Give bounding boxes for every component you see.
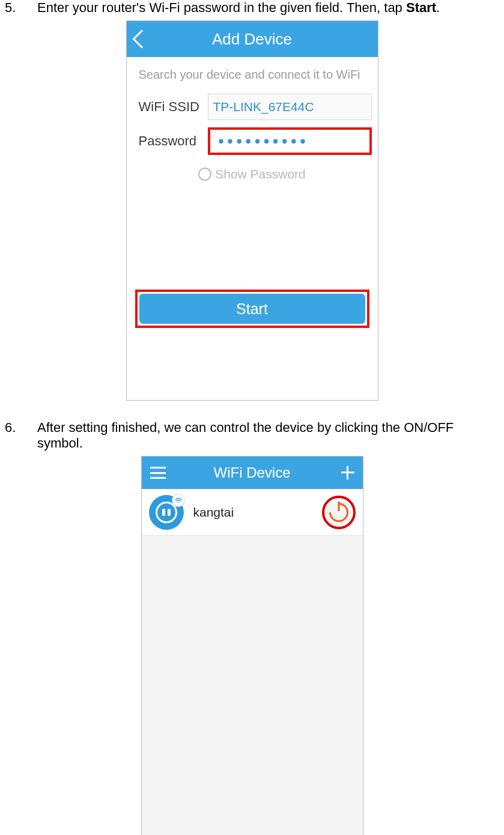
start-highlight: Start [135,290,369,328]
start-area: Start [127,187,378,334]
screen-title: WiFi Device [213,464,290,481]
back-icon[interactable] [132,29,151,48]
step-number: 6. [5,420,25,451]
wifi-device-screen: WiFi Device kangtai [141,456,363,835]
step-text-part: Enter your router's Wi-Fi password in th… [37,0,406,15]
password-input-highlight: •••••••••• [208,127,372,155]
device-name: kangtai [193,505,234,520]
screen-title: Add Device [212,30,292,49]
password-input[interactable]: •••••••••• [219,132,309,151]
show-password-label: Show Password [215,167,306,181]
show-password-toggle[interactable]: Show Password [127,159,378,187]
titlebar: WiFi Device [142,457,363,489]
titlebar: Add Device [127,21,378,57]
screenshot-1-wrap: Add Device Search your device and connec… [0,20,504,401]
power-icon[interactable] [329,503,348,522]
plug-icon [149,495,184,530]
password-row: Password •••••••••• [127,124,378,159]
screenshot-2-wrap: WiFi Device kangtai [0,456,504,835]
device-row[interactable]: kangtai [142,489,363,536]
ssid-row: WiFi SSID TP-LINK_67E44C [127,90,378,124]
radio-icon [198,168,211,181]
step-text: Enter your router's Wi-Fi password in th… [25,0,499,16]
step-5: 5. Enter your router's Wi-Fi password in… [0,0,504,16]
power-button-highlight [322,496,356,529]
empty-area [142,536,363,835]
menu-icon[interactable] [150,467,166,479]
add-device-screen: Add Device Search your device and connec… [126,20,378,401]
spacer [127,334,378,400]
start-button[interactable]: Start [139,294,365,324]
add-icon[interactable] [341,466,354,479]
step-text-bold: Start [406,0,436,15]
ssid-label: WiFi SSID [139,99,208,115]
step-6: 6. After setting finished, we can contro… [0,420,504,451]
password-label: Password [139,133,208,149]
ssid-value[interactable]: TP-LINK_67E44C [208,94,372,120]
step-text: After setting finished, we can control t… [25,420,499,451]
step-number: 5. [5,0,25,16]
wifi-badge-icon [172,494,185,507]
hint-text: Search your device and connect it to WiF… [127,57,378,90]
step-text-part: . [436,0,440,15]
